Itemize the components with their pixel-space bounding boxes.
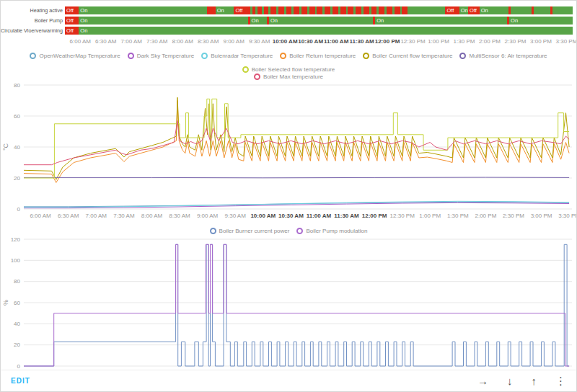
timeline-segment-off xyxy=(395,6,400,14)
timeline-segment-off xyxy=(317,6,322,14)
x-tick-label: 6:00 AM xyxy=(70,38,91,45)
timeline-segment-off: Off xyxy=(65,17,79,24)
x-tick-label: 3:00 PM xyxy=(530,38,552,45)
legend-dot-icon xyxy=(459,53,466,59)
timeline-segment-on: On xyxy=(250,17,268,24)
timeline-segment-off xyxy=(340,6,346,14)
series-boiler-max-temperature xyxy=(24,121,569,165)
legend-label: Boiler Selected flow temperature xyxy=(252,66,335,73)
y-tick-label: 0 xyxy=(17,363,21,370)
legend-item[interactable]: Boiler Return temperature xyxy=(280,53,356,59)
x-tick-label: 9:30 AM xyxy=(225,213,247,219)
y-tick-label: 80 xyxy=(14,278,20,285)
x-tick-label: 3:30 PM xyxy=(556,38,577,45)
timeline-segment-off xyxy=(207,6,216,14)
legend-label: Boiler Max temperature xyxy=(263,74,323,80)
legend-item[interactable]: Boiler Pump modulation xyxy=(296,228,367,234)
temperature-chart-legend: OpenWeatherMap TemperatureDark Sky Tempe… xyxy=(1,53,576,80)
arrow-down-icon[interactable]: ↓ xyxy=(507,375,513,386)
timeline-segment-off xyxy=(301,6,307,14)
power-chart[interactable]: 0204060801001206:00 AM6:30 AM7:00 AM7:30… xyxy=(1,235,577,379)
x-tick-label: 10:00 AM xyxy=(250,213,276,219)
x-tick-label: 1:00 PM xyxy=(419,213,441,219)
legend-row: Boiler Max temperature xyxy=(1,74,576,80)
x-tick-label: 2:30 PM xyxy=(503,213,524,219)
timeline-segment-off: Off xyxy=(65,6,79,14)
y-axis-unit: °C xyxy=(2,143,9,151)
arrow-up-icon[interactable]: ↑ xyxy=(532,375,537,386)
timeline-segment-off xyxy=(270,6,276,14)
x-tick-label: 8:30 AM xyxy=(198,38,219,45)
legend-item[interactable]: Buienradar Temperature xyxy=(201,53,273,59)
x-tick-label: 1:00 PM xyxy=(428,38,449,45)
timeline-segment-on: On xyxy=(480,6,508,14)
series-boiler-current-flow-temperature xyxy=(24,97,569,179)
x-tick-label: 11:00 AM xyxy=(307,213,332,219)
legend-item[interactable]: MultiSensor 6: Air temperature xyxy=(459,53,547,59)
x-tick-label: 6:30 AM xyxy=(58,213,79,219)
x-tick-label: 7:00 AM xyxy=(86,213,107,219)
x-tick-label: 11:30 AM xyxy=(349,38,374,45)
y-tick-label: 20 xyxy=(14,342,20,348)
x-tick-label: 2:30 PM xyxy=(505,38,527,45)
timeline-segment-off xyxy=(325,6,330,14)
series-boiler-burner-current-power xyxy=(24,244,569,366)
timeline-row: Heating activeOffOnOnOffOffOnOffOn xyxy=(1,6,573,14)
arrow-right-icon[interactable]: → xyxy=(477,375,488,386)
legend-dot-icon xyxy=(201,53,208,59)
timeline-segment-on: On xyxy=(375,17,507,24)
footer-bar: EDIT → ↓ ↑ ⋮ xyxy=(1,370,576,391)
y-axis-unit: % xyxy=(2,300,9,306)
legend-dot-icon xyxy=(128,53,134,59)
y-tick-label: 40 xyxy=(14,144,20,151)
legend-dot-icon xyxy=(242,66,249,73)
timeline-segment-off xyxy=(286,6,292,14)
kebab-menu-icon[interactable]: ⋮ xyxy=(555,375,566,386)
y-tick-label: 60 xyxy=(14,300,20,306)
timeline-segment-off xyxy=(371,6,377,14)
x-tick-label: 11:30 AM xyxy=(334,213,359,219)
timeline-segment-off xyxy=(379,6,384,14)
timeline-segment-off: Off xyxy=(234,6,250,14)
timeline-segment-off xyxy=(309,6,315,14)
timeline-bar: OffOnOnOnOnOn xyxy=(65,17,573,24)
legend-label: Boiler Pump modulation xyxy=(306,228,367,234)
timeline-rows: Heating activeOffOnOnOffOffOnOffOnBoiler… xyxy=(1,6,573,35)
timeline-segment-off: Off xyxy=(445,6,459,14)
x-tick-label: 12:30 PM xyxy=(390,213,415,219)
timeline-segment-off xyxy=(402,6,408,14)
temperature-chart[interactable]: 0204060806:00 AM6:30 AM7:00 AM7:30 AM8:0… xyxy=(1,81,577,222)
x-tick-label: 8:00 AM xyxy=(172,38,193,45)
timeline-time-axis: 6:00 AM6:30 AM7:00 AM7:30 AM8:00 AM8:30 … xyxy=(65,37,569,47)
timeline-row-label: Heating active xyxy=(1,7,65,14)
x-tick-label: 9:00 AM xyxy=(223,38,244,45)
legend-label: Dark Sky Temperature xyxy=(137,53,194,59)
y-tick-label: 80 xyxy=(14,82,20,89)
timeline-segment-on: On xyxy=(269,17,373,24)
legend-item[interactable]: Boiler Burner current power xyxy=(210,228,290,234)
legend-item[interactable]: Dark Sky Temperature xyxy=(128,53,194,59)
y-tick-label: 40 xyxy=(14,321,20,327)
y-tick-label: 20 xyxy=(14,175,20,182)
footer-icons: → ↓ ↑ ⋮ xyxy=(477,375,566,386)
timeline-segment-off xyxy=(348,6,353,14)
legend-item[interactable]: Boiler Selected flow temperature xyxy=(242,66,335,73)
x-tick-label: 12:30 PM xyxy=(400,38,425,45)
timeline-segment-off: Off xyxy=(468,6,480,14)
state-timeline-panel: Heating activeOffOnOnOffOffOnOffOnBoiler… xyxy=(1,1,576,47)
x-tick-label: 6:00 AM xyxy=(30,213,51,219)
legend-item[interactable]: Boiler Current flow temperature xyxy=(363,53,452,59)
legend-dot-icon xyxy=(30,53,36,59)
legend-label: MultiSensor 6: Air temperature xyxy=(469,53,547,59)
x-tick-label: 1:30 PM xyxy=(454,38,475,45)
legend-item[interactable]: Boiler Max temperature xyxy=(254,74,323,80)
legend-row: OpenWeatherMap TemperatureDark Sky Tempe… xyxy=(1,53,576,73)
y-tick-label: 60 xyxy=(14,113,20,120)
power-chart-legend: Boiler Burner current powerBoiler Pump m… xyxy=(1,228,576,234)
x-tick-label: 8:00 AM xyxy=(141,213,163,219)
timeline-segment-on xyxy=(408,6,445,14)
legend-item[interactable]: OpenWeatherMap Temperature xyxy=(30,53,120,59)
x-tick-label: 11:00 AM xyxy=(324,38,348,45)
legend-dot-icon xyxy=(254,74,260,80)
edit-button[interactable]: EDIT xyxy=(11,377,30,385)
